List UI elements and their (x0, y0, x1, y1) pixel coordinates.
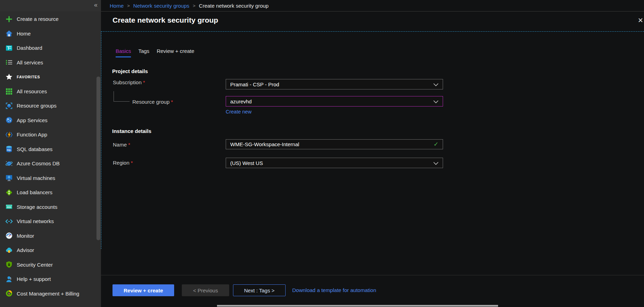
instance-details-heading: Instance details (112, 128, 152, 134)
sql-databases-icon: SQL (5, 145, 13, 153)
sidebar-item-label: FAVORITES (17, 75, 40, 79)
dashboard-icon (5, 44, 13, 52)
cost-billing-icon: $ (5, 290, 13, 297)
focus-outline-left (101, 31, 101, 249)
name-label: Name* (113, 142, 130, 148)
next-tags-button[interactable]: Next : Tags > (233, 284, 286, 296)
footer-separator (101, 275, 644, 275)
region-select[interactable]: (US) West US (226, 158, 443, 168)
main-panel: Home > Network security groups > Create … (101, 0, 644, 307)
region-label: Region* (113, 160, 133, 166)
advisor-icon (5, 246, 13, 254)
breadcrumb-current-page: Create network security group (199, 3, 269, 9)
sidebar-item-label: Home (17, 31, 31, 37)
sidebar-item-label: Security Center (17, 262, 53, 268)
sidebar-item-favorites[interactable]: FAVORITES (0, 70, 101, 84)
monitor-icon (5, 232, 13, 239)
sidebar-item-label: Create a resource (17, 16, 59, 22)
name-input[interactable]: WME-SG-Workspace-Internal ✓ (226, 139, 443, 149)
resource-group-label: Resource group* (132, 99, 173, 105)
load-balancers-icon (5, 189, 13, 196)
sidebar-item-app-services[interactable]: App Services (0, 113, 101, 128)
sidebar-item-virtual-machines[interactable]: Virtual machines (0, 171, 101, 186)
sidebar-scrollbar-thumb[interactable] (96, 77, 100, 240)
sidebar-item-all-resources[interactable]: All resources (0, 84, 101, 99)
chevron-down-icon (433, 99, 439, 104)
all-services-icon (5, 58, 13, 66)
resource-group-connector (114, 91, 114, 101)
sidebar-item-azure-cosmos-db[interactable]: Azure Cosmos DB (0, 156, 101, 171)
subscription-select[interactable]: Pramati - CSP - Prod (226, 79, 443, 89)
previous-button[interactable]: < Previous (182, 284, 229, 296)
sidebar-item-load-balancers[interactable]: Load balancers (0, 185, 101, 200)
sidebar-item-label: Cost Management + Billing (17, 291, 79, 297)
svg-text:SQL: SQL (7, 149, 11, 151)
focus-outline-top (101, 31, 644, 32)
name-value: WME-SG-Workspace-Internal (230, 141, 299, 147)
review-create-button[interactable]: Review + create (112, 284, 174, 296)
sidebar-item-label: SQL databases (17, 146, 53, 152)
download-template-link[interactable]: Download a template for automation (292, 287, 376, 293)
sidebar-item-label: Virtual networks (17, 218, 54, 224)
required-asterisk: * (128, 142, 130, 148)
sidebar-item-function-app[interactable]: Function App (0, 127, 101, 142)
app-services-icon (5, 116, 13, 124)
sidebar-item-security-center[interactable]: Security Center (0, 258, 101, 272)
sidebar-item-dashboard[interactable]: Dashboard (0, 41, 101, 55)
sidebar-item-label: Virtual machines (17, 175, 55, 181)
close-icon[interactable]: ✕ (636, 16, 644, 25)
sidebar-item-monitor[interactable]: Monitor (0, 229, 101, 243)
resource-group-select[interactable]: azurevhd (226, 96, 443, 107)
cosmos-db-icon (5, 160, 13, 167)
sidebar-item-help-support[interactable]: Help + support (0, 272, 101, 286)
sidebar-item-home[interactable]: Home (0, 26, 101, 41)
title-bar: Create network security group ✕ (101, 11, 644, 31)
virtual-networks-icon (5, 218, 13, 225)
page-title: Create network security group (112, 16, 218, 24)
sidebar-item-label: App Services (17, 117, 47, 123)
sidebar-item-label: Storage accounts (17, 204, 57, 210)
sidebar-topbar: « (0, 0, 101, 11)
sidebar-item-cost-management-billing[interactable]: $Cost Management + Billing (0, 286, 101, 301)
sidebar-item-label: Advisor (17, 247, 34, 253)
create-resource-icon (5, 15, 13, 23)
sidebar-item-label: Load balancers (17, 189, 53, 195)
collapse-sidebar-icon[interactable]: « (94, 1, 98, 9)
sidebar-item-label: Function App (17, 132, 47, 137)
required-asterisk: * (131, 160, 133, 166)
function-app-icon (5, 131, 13, 139)
breadcrumb-separator: > (127, 3, 130, 8)
sidebar-item-create-a-resource[interactable]: Create a resource (0, 12, 101, 26)
breadcrumb-home-link[interactable]: Home (110, 3, 124, 9)
sidebar-item-all-services[interactable]: All services (0, 55, 101, 70)
chevron-down-icon (433, 160, 439, 166)
tab-tags[interactable]: Tags (138, 48, 149, 57)
breadcrumb: Home > Network security groups > Create … (101, 0, 644, 11)
project-details-heading: Project details (112, 68, 148, 74)
sidebar-item-label: All resources (17, 88, 47, 94)
tab-basics[interactable]: Basics (116, 48, 131, 57)
required-asterisk: * (143, 79, 145, 85)
sidebar-item-storage-accounts[interactable]: Storage accounts (0, 200, 101, 214)
breadcrumb-nsg-link[interactable]: Network security groups (133, 3, 189, 9)
sidebar-item-label: Dashboard (17, 45, 42, 51)
azure-portal-window: « Create a resourceHomeDashboardAll serv… (0, 0, 644, 307)
sidebar-item-sql-databases[interactable]: SQLSQL databases (0, 142, 101, 157)
favorites-star-icon (5, 73, 13, 81)
valid-check-icon: ✓ (434, 141, 439, 148)
create-new-link[interactable]: Create new (226, 109, 251, 115)
horizontal-scrollbar-thumb[interactable] (217, 305, 498, 307)
chevron-down-icon (433, 81, 439, 87)
subscription-label: Subscription* (113, 79, 145, 85)
sidebar-item-label: Azure Cosmos DB (17, 160, 60, 166)
resource-groups-icon (5, 102, 13, 110)
sidebar: « Create a resourceHomeDashboardAll serv… (0, 0, 101, 307)
virtual-machines-icon (5, 174, 13, 182)
sidebar-item-advisor[interactable]: Advisor (0, 243, 101, 258)
security-center-icon (5, 261, 13, 268)
tab-review-create[interactable]: Review + create (157, 48, 194, 57)
sidebar-item-resource-groups[interactable]: Resource groups (0, 99, 101, 113)
sidebar-item-virtual-networks[interactable]: Virtual networks (0, 214, 101, 229)
breadcrumb-separator: > (193, 3, 196, 8)
subscription-value: Pramati - CSP - Prod (230, 81, 279, 87)
